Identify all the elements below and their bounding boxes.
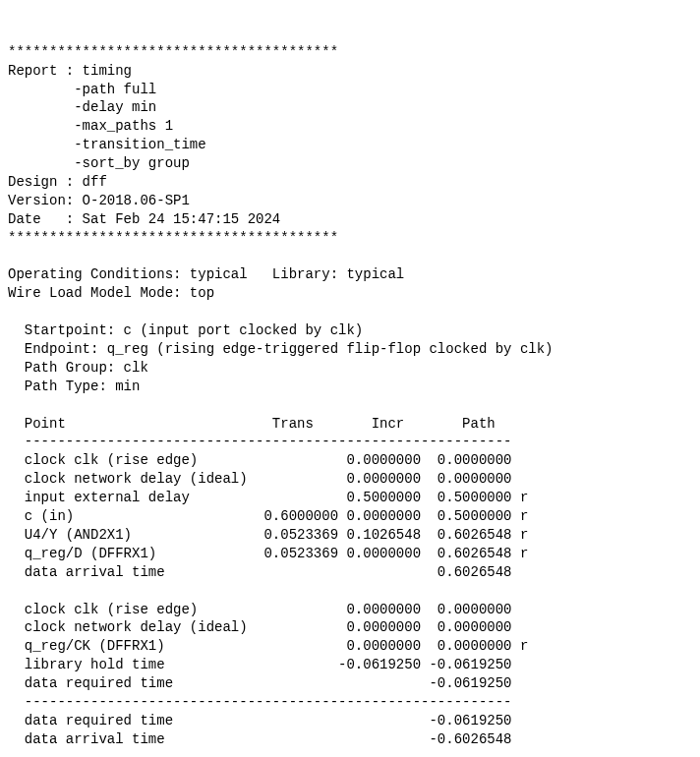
opt-sortby: -sort_by group — [8, 155, 190, 171]
table-row: data required time -0.0619250 — [8, 713, 511, 728]
table-row: clock clk (rise edge) 0.0000000 0.000000… — [8, 602, 511, 617]
design-line: Design : dff — [8, 174, 107, 190]
report-label: Report : timing — [8, 63, 132, 79]
table-row: data arrival time 0.6026548 — [8, 564, 511, 580]
table-dash: ----------------------------------------… — [8, 750, 511, 757]
table-row: data arrival time -0.6026548 — [8, 731, 511, 747]
table-row: U4/Y (AND2X1) 0.0523369 0.1026548 0.6026… — [8, 527, 528, 543]
opt-delay: -delay min — [8, 99, 156, 115]
version-line: Version: O-2018.06-SP1 — [8, 193, 190, 208]
startpoint: Startpoint: c (input port clocked by clk… — [8, 322, 363, 338]
opt-maxpaths: -max_paths 1 — [8, 118, 173, 134]
divider-top: **************************************** — [8, 44, 338, 60]
operating-conditions: Operating Conditions: typical Library: t… — [8, 266, 404, 282]
wire-load-mode: Wire Load Model Mode: top — [8, 285, 214, 301]
endpoint: Endpoint: q_reg (rising edge-triggered f… — [8, 341, 554, 357]
table-row: library hold time -0.0619250 -0.0619250 — [8, 657, 511, 672]
table-row: q_reg/CK (DFFRX1) 0.0000000 0.0000000 r — [8, 638, 528, 654]
path-type: Path Type: min — [8, 378, 140, 394]
table-row: q_reg/D (DFFRX1) 0.0523369 0.0000000 0.6… — [8, 546, 528, 561]
table-row: clock network delay (ideal) 0.0000000 0.… — [8, 619, 511, 635]
table-dash: ----------------------------------------… — [8, 434, 511, 449]
table-dash: ----------------------------------------… — [8, 694, 511, 710]
path-group: Path Group: clk — [8, 360, 148, 376]
table-row: c (in) 0.6000000 0.0000000 0.5000000 r — [8, 508, 528, 524]
date-line: Date : Sat Feb 24 15:47:15 2024 — [8, 211, 280, 227]
table-row: input external delay 0.5000000 0.5000000… — [8, 490, 528, 505]
table-row: clock clk (rise edge) 0.0000000 0.000000… — [8, 452, 511, 468]
table-header: Point Trans Incr Path — [8, 416, 496, 432]
divider-bottom: **************************************** — [8, 230, 338, 246]
table-row: clock network delay (ideal) 0.0000000 0.… — [8, 471, 511, 487]
table-row: data required time -0.0619250 — [8, 675, 511, 691]
opt-transition: -transition_time — [8, 137, 206, 152]
opt-path: -path full — [8, 82, 156, 97]
